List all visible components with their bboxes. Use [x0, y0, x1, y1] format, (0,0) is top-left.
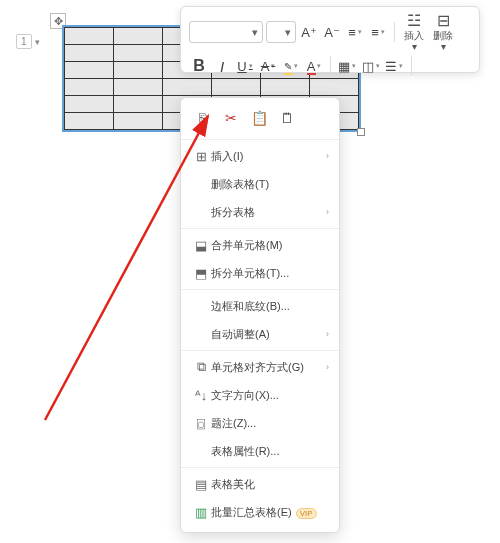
merge-icon: ⬓ — [191, 238, 211, 253]
menu-batch-summary[interactable]: ▥批量汇总表格(E)VIP — [181, 498, 339, 526]
table-row — [65, 79, 359, 96]
summary-icon: ▥ — [191, 505, 211, 520]
copy-icon[interactable]: ⎘ — [191, 107, 215, 129]
strikethrough-button[interactable]: A▾ — [258, 55, 278, 77]
cut-icon[interactable]: ✂ — [219, 107, 243, 129]
delete-button[interactable]: ⊟删除▾ — [430, 12, 456, 52]
font-color-button[interactable]: A▾ — [304, 55, 324, 77]
menu-table-beautify[interactable]: ▤表格美化 — [181, 470, 339, 498]
font-family-select[interactable]: ▾ — [189, 21, 263, 43]
page-number-indicator: 1 ▾ — [16, 34, 40, 49]
floating-toolbar: ▾ ▾ A⁺ A⁻ ≡▾ ≡▾ ☳插入▾ ⊟删除▾ B I U▾ A▾ ✎▾ A… — [180, 6, 480, 73]
font-size-select[interactable]: ▾ — [266, 21, 296, 43]
insert-button[interactable]: ☳插入▾ — [401, 12, 427, 52]
beautify-icon: ▤ — [191, 477, 211, 492]
text-direction-icon: ᴬ↓ — [191, 388, 211, 403]
bold-button[interactable]: B — [189, 55, 209, 77]
page-number: 1 — [16, 34, 32, 49]
insert-icon: ⊞ — [191, 149, 211, 164]
decrease-font-button[interactable]: A⁻ — [322, 21, 342, 43]
menu-text-direction[interactable]: ᴬ↓文字方向(X)... — [181, 381, 339, 409]
menu-caption[interactable]: ⌼题注(Z)... — [181, 409, 339, 437]
split-icon: ⬒ — [191, 266, 211, 281]
italic-button[interactable]: I — [212, 55, 232, 77]
menu-cell-align[interactable]: ⧉单元格对齐方式(G)› — [181, 353, 339, 381]
align-icon: ⧉ — [191, 359, 211, 375]
caption-icon: ⌼ — [191, 416, 211, 431]
increase-font-button[interactable]: A⁺ — [299, 21, 319, 43]
underline-button[interactable]: U▾ — [235, 55, 255, 77]
align-button[interactable]: ≡▾ — [368, 21, 388, 43]
table-resize-handle[interactable] — [357, 128, 365, 136]
menu-autofit[interactable]: 自动调整(A)› — [181, 320, 339, 348]
context-menu: ⎘ ✂ 📋 🗒 ⊞插入(I)› 删除表格(T) 拆分表格› ⬓合并单元格(M) … — [180, 97, 340, 533]
more-button[interactable]: ☰▾ — [384, 55, 405, 77]
paste-icon[interactable]: 📋 — [247, 107, 271, 129]
menu-merge-cells[interactable]: ⬓合并单元格(M) — [181, 231, 339, 259]
chevron-down-icon: ▾ — [35, 37, 40, 47]
paste-special-icon[interactable]: 🗒 — [275, 107, 299, 129]
menu-delete-table[interactable]: 删除表格(T) — [181, 170, 339, 198]
border-button[interactable]: ▦▾ — [337, 55, 358, 77]
shading-button[interactable]: ◫▾ — [361, 55, 382, 77]
menu-split-cells[interactable]: ⬒拆分单元格(T)... — [181, 259, 339, 287]
highlight-button[interactable]: ✎▾ — [281, 55, 301, 77]
menu-table-props[interactable]: 表格属性(R)... — [181, 437, 339, 465]
menu-borders-shading[interactable]: 边框和底纹(B)... — [181, 292, 339, 320]
menu-insert[interactable]: ⊞插入(I)› — [181, 142, 339, 170]
list-button[interactable]: ≡▾ — [345, 21, 365, 43]
menu-split-table[interactable]: 拆分表格› — [181, 198, 339, 226]
